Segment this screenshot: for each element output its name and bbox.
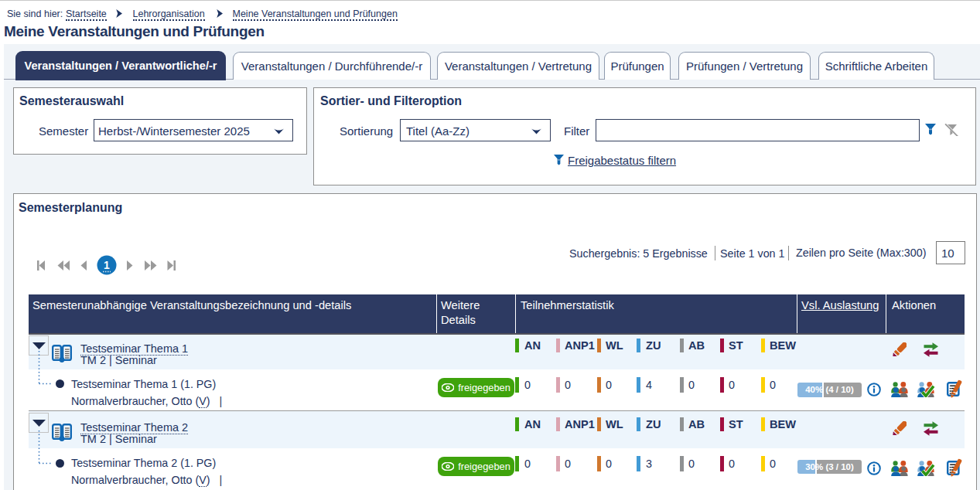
- svg-text:1: 1: [104, 259, 110, 271]
